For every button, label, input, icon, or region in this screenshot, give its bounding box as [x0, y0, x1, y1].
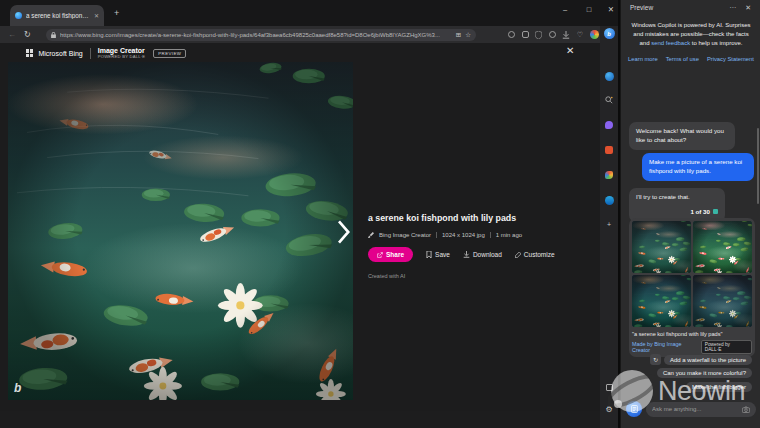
screenshot-camera-icon[interactable] [742, 406, 750, 413]
add-sidebar-item-icon[interactable]: + [600, 221, 618, 228]
browser-window: a serene koi fishpond with lily pads ✕ +… [0, 0, 618, 428]
result-thumbnail[interactable] [632, 275, 691, 327]
extension-icon[interactable] [549, 31, 556, 38]
next-image-button[interactable] [336, 220, 350, 244]
brush-icon [368, 232, 374, 238]
window-maximize-button[interactable]: □ [580, 2, 598, 17]
back-button[interactable]: ← [8, 30, 16, 39]
header-divider [90, 48, 91, 59]
brand-text[interactable]: Microsoft Bing [38, 50, 82, 57]
lock-icon [51, 32, 56, 38]
tab-title: a serene koi fishpond with lily pads [26, 12, 90, 19]
address-bar[interactable]: https://www.bing.com/images/create/a-ser… [46, 29, 476, 41]
send-feedback-link[interactable]: send feedback [651, 40, 690, 46]
copilot-disclaimer: Windows Copilot is powered by AI. Surpri… [629, 21, 753, 48]
suggestion-chip-waterfall[interactable]: Add a waterfall to the picture [664, 355, 752, 365]
image-age: 1 min ago [496, 232, 522, 238]
result-caption: "a serene koi fishpond with lily pads" [632, 331, 752, 337]
terms-of-use-link[interactable]: Terms of use [666, 56, 699, 62]
bookmark-icon [426, 251, 432, 258]
browser-tab[interactable]: a serene koi fishpond with lily pads ✕ [10, 5, 104, 26]
window-close-button[interactable]: ✕ [602, 2, 620, 17]
suggestion-chip-colorful[interactable]: Can you make it more colorful? [657, 368, 752, 378]
new-topic-page-icon [631, 405, 638, 413]
chat-input[interactable] [646, 402, 756, 417]
image-source: Bing Image Creator [379, 232, 431, 238]
result-thumbnail[interactable] [632, 221, 691, 273]
created-with-ai-note: Created with AI [368, 273, 594, 279]
bot-welcome-message: Welcome back! What would you like to cha… [629, 122, 735, 150]
panel-scrollbar[interactable] [757, 128, 760, 204]
image-meta: Bing Image Creator 1024 x 1024 jpg 1 min… [368, 232, 594, 238]
stop-generation-icon[interactable] [713, 209, 718, 214]
image-detail-panel: a serene koi fishpond with lily pads Bin… [368, 213, 594, 279]
generation-progress: 1 of 30 [636, 208, 718, 217]
image-dimensions: 1024 x 1024 jpg [442, 232, 485, 238]
office-icon[interactable] [600, 171, 618, 179]
powered-by-dalle-badge: Powered by DALL·E [701, 340, 752, 354]
outlook-icon[interactable] [600, 196, 618, 205]
drop-icon[interactable] [600, 121, 618, 129]
tab-favicon-icon [15, 12, 22, 19]
product-title[interactable]: Image Creator POWERED BY DALL·E [98, 47, 146, 59]
bing-image-watermark: b [14, 381, 21, 395]
browser-essentials-heart-icon[interactable]: ♡ [577, 31, 583, 38]
bot-reply-message: I'll try to create that. 1 of 30 [629, 188, 725, 222]
windows-copilot-panel: Preview ⋯ ✕ Windows Copilot is powered b… [620, 0, 760, 428]
sidebar-panel-icon[interactable] [600, 384, 618, 391]
extension-icon[interactable] [522, 31, 529, 38]
browser-toolbar: ← ↻ https://www.bing.com/images/create/a… [0, 26, 618, 43]
search-discover-icon[interactable] [600, 96, 618, 104]
chip-action-icon[interactable]: ↻ [650, 354, 661, 365]
powered-by-text: POWERED BY DALL·E [98, 55, 146, 60]
overlay-close-icon[interactable]: ✕ [566, 45, 574, 56]
profile-avatar[interactable] [590, 30, 599, 39]
result-thumbnail[interactable] [693, 221, 752, 273]
customize-button[interactable]: Customize [515, 251, 555, 258]
new-topic-button[interactable] [626, 401, 642, 417]
image-creator-page: Microsoft Bing Image Creator POWERED BY … [0, 43, 600, 411]
tab-strip: a serene koi fishpond with lily pads ✕ +… [0, 0, 618, 26]
shield-extension-icon[interactable] [535, 31, 542, 39]
sidebar-settings-gear-icon[interactable]: ⚙ [600, 406, 618, 414]
learn-more-link[interactable]: Learn more [628, 56, 658, 62]
share-icon [377, 252, 383, 258]
user-prompt-message: Make me a picture of a serene koi fishpo… [642, 153, 754, 181]
bing-search-icon[interactable] [600, 72, 618, 81]
url-text: https://www.bing.com/images/create/a-ser… [60, 32, 452, 38]
games-icon[interactable] [600, 146, 618, 154]
extension-icon[interactable] [508, 31, 515, 38]
chevron-right-icon [336, 220, 350, 244]
image-result-card: "a serene koi fishpond with lily pads" M… [629, 218, 755, 357]
generated-image[interactable]: b [8, 62, 353, 400]
ask-input-field[interactable] [652, 406, 738, 412]
tab-close-icon[interactable]: ✕ [94, 12, 99, 19]
made-by-link[interactable]: Made by Bing Image Creator [632, 341, 701, 353]
copilot-preview-label: Preview [630, 4, 653, 11]
image-creator-header: Microsoft Bing Image Creator POWERED BY … [0, 43, 600, 63]
refresh-button[interactable]: ↻ [24, 30, 31, 39]
pencil-icon [515, 252, 521, 258]
copilot-close-icon[interactable]: ✕ [745, 4, 751, 11]
image-title: a serene koi fishpond with lily pads [368, 213, 594, 223]
microsoft-logo-icon [26, 49, 33, 56]
preview-badge: PREVIEW [153, 49, 186, 58]
download-icon [463, 251, 470, 258]
privacy-statement-link[interactable]: Privacy Statement [707, 56, 754, 62]
window-minimize-button[interactable]: – [556, 2, 574, 17]
new-tab-button[interactable]: + [114, 8, 119, 18]
suggestion-chip-bigger[interactable]: Make the fish bigger [686, 382, 752, 392]
share-button[interactable]: Share [368, 247, 413, 262]
favorites-star-icon[interactable]: ☆ [465, 31, 471, 39]
copilot-sidebar-icon[interactable]: b [600, 28, 618, 39]
downloads-icon[interactable] [562, 31, 570, 39]
edge-sidebar-rail: b + ⚙ [600, 26, 618, 428]
split-screen-icon[interactable]: ⊞ [456, 31, 461, 39]
copilot-more-icon[interactable]: ⋯ [729, 4, 736, 11]
save-button[interactable]: Save [426, 251, 450, 258]
result-thumbnail[interactable] [693, 275, 752, 327]
download-button[interactable]: Download [463, 251, 502, 258]
